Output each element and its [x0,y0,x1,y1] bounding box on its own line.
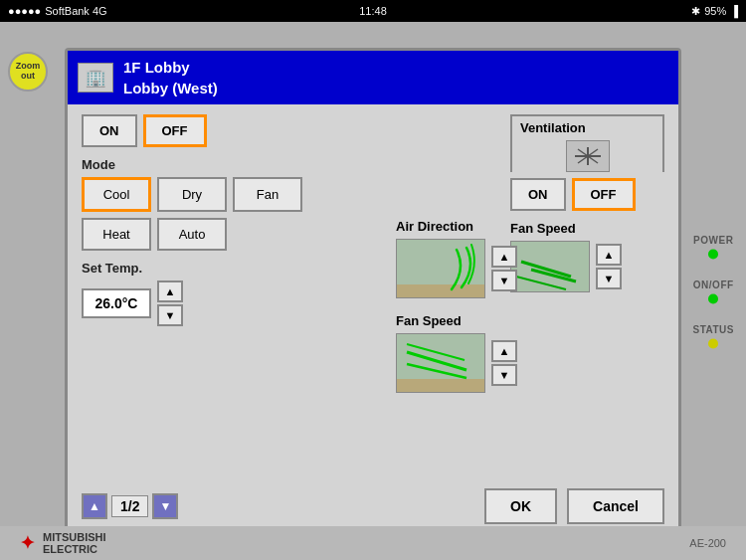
air-direction-label: Air Direction [396,219,517,234]
status-indicator-label: STATUS [692,323,734,334]
brand-logo: ✦ MITSUBISHIELECTRIC [20,531,106,555]
bluetooth-icon: ✱ [691,5,700,18]
cancel-button[interactable]: Cancel [567,488,664,524]
vent-off-button[interactable]: OFF [572,178,636,211]
fan-speed-right-section: Fan Speed ▲ ▼ [510,221,664,292]
status-indicator-dot [708,338,718,348]
battery-icon: ▐ [730,5,738,17]
zoom-out-button[interactable]: Zoomout [8,52,48,92]
mode-fan-button[interactable]: Fan [233,177,302,212]
air-direction-up-button[interactable]: ▲ [491,246,517,268]
right-indicators: POWER ON/OFF STATUS [692,234,734,348]
power-indicator-dot [708,249,718,259]
air-direction-down-button[interactable]: ▼ [491,270,517,291]
mode-dry-button[interactable]: Dry [157,177,227,212]
battery-label: 95% [704,5,726,17]
onoff-indicator-dot [708,293,718,303]
fan-speed-center-display [396,333,485,393]
mode-cool-button[interactable]: Cool [82,177,151,212]
ventilation-icon [566,140,610,172]
carrier-label: SoftBank 4G [45,5,106,17]
fan-speed-center-up-button[interactable]: ▲ [491,340,517,362]
page-number: 1/2 [111,495,148,517]
mode-auto-button[interactable]: Auto [157,218,227,251]
temp-arrows: ▲ ▼ [157,280,183,326]
status-bar: ●●●●● SoftBank 4G 11:48 ✱ 95% ▐ [0,0,746,22]
temp-value: 26.0°C [82,288,151,318]
model-number: AE-200 [689,537,726,549]
on-button[interactable]: ON [82,114,137,147]
mitsubishi-star-icon: ✦ [20,532,35,554]
temp-down-button[interactable]: ▼ [157,304,183,326]
status-indicator: STATUS [692,323,734,348]
status-bar-left: ●●●●● SoftBank 4G [8,5,107,17]
air-direction-display [396,239,485,298]
svg-rect-9 [397,284,485,298]
off-button[interactable]: OFF [143,114,207,147]
page-navigation: ▲ 1/2 ▼ [82,493,178,519]
power-indicator-label: POWER [693,234,733,245]
fan-speed-center-control: ▲ ▼ [396,333,517,393]
main-screen: 🏢 1F Lobby Lobby (West) ON OFF Mode Cool… [65,48,681,535]
fan-speed-right-display [510,241,590,292]
fan-speed-right-arrows: ▲ ▼ [596,244,622,289]
action-buttons: OK Cancel [484,488,664,524]
fan-speed-right-control: ▲ ▼ [510,241,664,292]
room-icon: 🏢 [78,63,113,93]
fan-speed-center-arrows: ▲ ▼ [491,340,517,386]
brand-name: MITSUBISHIELECTRIC [43,531,106,555]
fan-speed-center-label: Fan Speed [396,313,517,328]
brand-bar: ✦ MITSUBISHIELECTRIC AE-200 [0,526,746,560]
mode-heat-button[interactable]: Heat [82,218,151,251]
temp-up-button[interactable]: ▲ [157,280,183,302]
fan-speed-right-label: Fan Speed [510,221,664,236]
ok-button[interactable]: OK [484,488,557,524]
bottom-bar: ▲ 1/2 ▼ OK Cancel [82,488,664,524]
fan-speed-center-section: Fan Speed ▲ ▼ [396,313,517,393]
power-indicator: POWER [693,234,733,259]
fan-speed-right-down-button[interactable]: ▼ [596,268,622,289]
fan-speed-right-up-button[interactable]: ▲ [596,244,622,266]
device-body: Zoomout 🏢 1F Lobby Lobby (West) ON OFF M… [0,22,746,560]
status-bar-time: 11:48 [359,5,387,17]
status-bar-right: ✱ 95% ▐ [691,5,738,18]
ventilation-label: Ventilation [520,120,654,135]
svg-rect-11 [397,379,485,393]
fan-speed-center-down-button[interactable]: ▼ [491,364,517,386]
air-direction-arrows: ▲ ▼ [491,246,517,291]
signal-dots: ●●●●● [8,5,41,17]
page-prev-button[interactable]: ▲ [82,493,107,519]
air-direction-section: Air Direction ▲ [396,219,517,298]
vent-on-button[interactable]: ON [510,178,566,211]
air-direction-control: ▲ ▼ [396,239,517,298]
header-bar: 🏢 1F Lobby Lobby (West) [68,51,678,104]
ventilation-section: Ventilation ON O [510,114,664,292]
page-next-button[interactable]: ▼ [152,493,178,519]
room-name: 1F Lobby Lobby (West) [123,57,218,98]
onoff-indicator: ON/OFF [693,279,734,303]
onoff-indicator-label: ON/OFF [693,279,734,289]
ventilation-on-off: ON OFF [510,178,664,211]
